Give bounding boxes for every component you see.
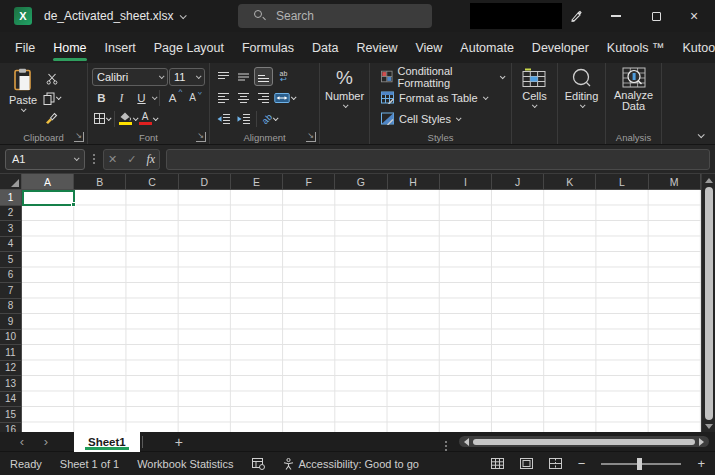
- row-header-8[interactable]: 8: [0, 299, 21, 315]
- fill-handle[interactable]: [71, 202, 76, 207]
- close-button[interactable]: ×: [679, 0, 709, 32]
- zoom-out-button[interactable]: −: [578, 456, 586, 471]
- decrease-indent-button[interactable]: [214, 109, 233, 128]
- column-header-E[interactable]: E: [231, 174, 283, 189]
- borders-button[interactable]: [92, 109, 111, 128]
- page-layout-view-button[interactable]: [520, 458, 533, 469]
- cells-button[interactable]: Cells: [517, 66, 551, 130]
- menu-tab-formulas[interactable]: Formulas: [233, 32, 303, 63]
- page-break-view-button[interactable]: [549, 458, 562, 469]
- alignment-dialog-launcher[interactable]: ↘: [306, 132, 316, 142]
- column-header-A[interactable]: A: [22, 174, 74, 189]
- tabbar-drag-handle[interactable]: [445, 441, 447, 443]
- paste-button[interactable]: Paste: [4, 66, 42, 130]
- normal-view-button[interactable]: [491, 458, 504, 469]
- bold-button[interactable]: B: [92, 88, 111, 107]
- menu-tab-review[interactable]: Review: [347, 32, 406, 63]
- merge-center-button[interactable]: [274, 88, 295, 107]
- sheet-grid[interactable]: [22, 190, 701, 432]
- formula-bar-drag-handle[interactable]: [93, 154, 95, 156]
- minimize-button[interactable]: [601, 0, 631, 32]
- font-dialog-launcher[interactable]: ↘: [196, 132, 206, 142]
- cell-styles-button[interactable]: Cell Styles: [378, 108, 507, 129]
- menu-tab-automate[interactable]: Automate: [451, 32, 523, 63]
- increase-font-size-button[interactable]: A^: [163, 88, 182, 107]
- row-header-11[interactable]: 11: [0, 345, 21, 361]
- orientation-button[interactable]: ab: [260, 109, 279, 128]
- horizontal-scrollbar[interactable]: [459, 436, 709, 447]
- column-header-I[interactable]: I: [440, 174, 492, 189]
- font-size-select[interactable]: 11: [169, 68, 205, 86]
- row-header-16[interactable]: 16: [0, 423, 21, 433]
- increase-indent-button[interactable]: [234, 109, 253, 128]
- maximize-button[interactable]: [641, 0, 671, 32]
- row-header-6[interactable]: 6: [0, 268, 21, 284]
- format-as-table-button[interactable]: Format as Table: [378, 87, 507, 108]
- selected-cell-border[interactable]: [22, 190, 75, 206]
- clipboard-dialog-launcher[interactable]: ↘: [74, 132, 84, 142]
- insert-function-button[interactable]: fx: [146, 152, 155, 167]
- align-top-button[interactable]: [214, 67, 233, 86]
- column-header-D[interactable]: D: [179, 174, 231, 189]
- menu-tab-home[interactable]: Home: [44, 32, 95, 63]
- file-name-menu[interactable]: de_Activated_sheet.xlsx: [44, 0, 185, 32]
- column-header-J[interactable]: J: [492, 174, 544, 189]
- menu-tab-file[interactable]: File: [6, 32, 44, 63]
- column-header-C[interactable]: C: [126, 174, 178, 189]
- zoom-in-button[interactable]: +: [697, 456, 705, 471]
- analyze-data-button[interactable]: Analyze Data: [606, 66, 662, 130]
- row-header-4[interactable]: 4: [0, 237, 21, 253]
- draw-pen-icon[interactable]: [561, 0, 591, 32]
- name-box[interactable]: A1: [5, 149, 85, 170]
- row-header-5[interactable]: 5: [0, 252, 21, 268]
- editing-button[interactable]: Editing: [560, 66, 604, 130]
- sheet-nav-left-chevron[interactable]: ‹: [10, 433, 34, 451]
- row-header-7[interactable]: 7: [0, 283, 21, 299]
- scroll-right-arrow[interactable]: [699, 438, 704, 446]
- status-utility-icon[interactable]: [252, 458, 265, 470]
- cancel-button[interactable]: ✕: [108, 153, 117, 166]
- scroll-up-arrow[interactable]: [705, 178, 713, 183]
- row-header-10[interactable]: 10: [0, 330, 21, 346]
- scroll-down-arrow[interactable]: [705, 424, 713, 429]
- row-header-14[interactable]: 14: [0, 392, 21, 408]
- vertical-scroll-thumb[interactable]: [705, 187, 713, 420]
- horizontal-scroll-thumb[interactable]: [473, 439, 695, 445]
- scroll-left-arrow[interactable]: [464, 438, 469, 446]
- align-bottom-button[interactable]: [254, 67, 273, 86]
- sheet-tab-sheet1[interactable]: Sheet1: [74, 432, 140, 452]
- select-all-corner[interactable]: [0, 174, 22, 190]
- add-sheet-button[interactable]: +: [169, 434, 189, 450]
- fill-color-button[interactable]: [118, 109, 137, 128]
- workbook-statistics-button[interactable]: Workbook Statistics: [137, 458, 233, 470]
- cut-button[interactable]: [42, 69, 61, 88]
- conditional-formatting-button[interactable]: Conditional Formatting: [378, 66, 507, 87]
- search-box[interactable]: [238, 4, 432, 28]
- font-color-button[interactable]: A: [138, 109, 157, 128]
- menu-tab-view[interactable]: View: [406, 32, 451, 63]
- row-header-1[interactable]: 1: [0, 190, 21, 206]
- decrease-font-size-button[interactable]: A^: [183, 88, 202, 107]
- excel-app-icon[interactable]: X: [14, 7, 32, 25]
- menu-tab-page-layout[interactable]: Page Layout: [145, 32, 233, 63]
- format-painter-button[interactable]: [42, 108, 61, 127]
- zoom-slider-thumb[interactable]: [637, 458, 642, 470]
- row-header-9[interactable]: 9: [0, 314, 21, 330]
- align-left-button[interactable]: [214, 88, 233, 107]
- number-format-button[interactable]: % Number: [320, 66, 369, 130]
- column-header-L[interactable]: L: [596, 174, 648, 189]
- accessibility-status[interactable]: Accessibility: Good to go: [283, 458, 419, 470]
- column-header-K[interactable]: K: [544, 174, 596, 189]
- column-header-M[interactable]: M: [649, 174, 701, 189]
- menu-tab-data[interactable]: Data: [303, 32, 347, 63]
- row-header-3[interactable]: 3: [0, 221, 21, 237]
- column-header-H[interactable]: H: [388, 174, 440, 189]
- enter-button[interactable]: ✓: [127, 153, 136, 166]
- wrap-text-button[interactable]: ab↩: [274, 67, 293, 86]
- align-center-button[interactable]: [234, 88, 253, 107]
- menu-tab-developer[interactable]: Developer: [523, 32, 598, 63]
- copy-button[interactable]: [42, 89, 61, 108]
- align-middle-button[interactable]: [234, 67, 253, 86]
- underline-dropdown[interactable]: [152, 94, 158, 100]
- column-header-F[interactable]: F: [283, 174, 335, 189]
